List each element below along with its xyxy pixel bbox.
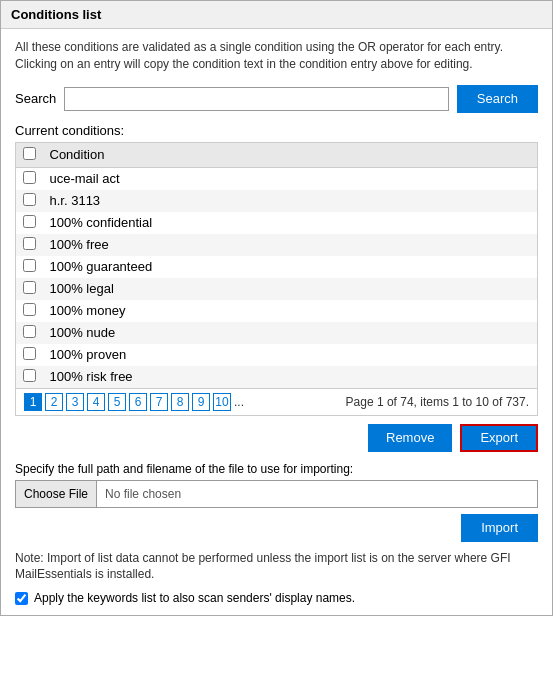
pagination-links: 12345678910... xyxy=(24,393,244,411)
row-condition-label: 100% money xyxy=(44,300,538,322)
page-link[interactable]: 1 xyxy=(24,393,42,411)
row-checkbox-cell xyxy=(16,167,44,190)
table-row[interactable]: 100% free xyxy=(16,234,538,256)
import-button-row: Import xyxy=(15,514,538,542)
table-row[interactable]: 100% risk free xyxy=(16,366,538,389)
description-line1: All these conditions are validated as a … xyxy=(15,40,503,54)
row-checkbox[interactable] xyxy=(23,281,36,294)
conditions-table: Condition uce-mail acth.r. 3113100% conf… xyxy=(15,142,538,389)
page-link[interactable]: 5 xyxy=(108,393,126,411)
page-link[interactable]: 3 xyxy=(66,393,84,411)
row-condition-label: 100% confidential xyxy=(44,212,538,234)
row-checkbox-cell xyxy=(16,300,44,322)
note-text: Note: Import of list data cannot be perf… xyxy=(15,550,538,584)
page-link[interactable]: 6 xyxy=(129,393,147,411)
table-row[interactable]: 100% money xyxy=(16,300,538,322)
row-condition-label: h.r. 3113 xyxy=(44,190,538,212)
page-link[interactable]: 2 xyxy=(45,393,63,411)
import-file-row: Choose File No file chosen xyxy=(15,480,538,508)
header-checkbox-col xyxy=(16,142,44,167)
page-link[interactable]: 10 xyxy=(213,393,231,411)
table-row[interactable]: 100% nude xyxy=(16,322,538,344)
row-condition-label: 100% legal xyxy=(44,278,538,300)
row-checkbox[interactable] xyxy=(23,215,36,228)
import-section: Specify the full path and filename of th… xyxy=(15,462,538,542)
remove-button[interactable]: Remove xyxy=(368,424,452,452)
export-button[interactable]: Export xyxy=(460,424,538,452)
row-condition-label: 100% risk free xyxy=(44,366,538,389)
page-link[interactable]: 4 xyxy=(87,393,105,411)
table-header-row: Condition xyxy=(16,142,538,167)
import-label: Specify the full path and filename of th… xyxy=(15,462,538,476)
action-buttons: Remove Export xyxy=(15,424,538,452)
table-row[interactable]: 100% guaranteed xyxy=(16,256,538,278)
row-condition-label: 100% free xyxy=(44,234,538,256)
row-condition-label: uce-mail act xyxy=(44,167,538,190)
content-area: All these conditions are validated as a … xyxy=(1,29,552,615)
row-checkbox-cell xyxy=(16,322,44,344)
row-checkbox-cell xyxy=(16,190,44,212)
main-window: Conditions list All these conditions are… xyxy=(0,0,553,616)
scan-senders-label: Apply the keywords list to also scan sen… xyxy=(34,591,355,605)
window-title: Conditions list xyxy=(11,7,101,22)
row-checkbox-cell xyxy=(16,344,44,366)
row-checkbox[interactable] xyxy=(23,171,36,184)
current-conditions-label: Current conditions: xyxy=(15,123,538,138)
scan-senders-checkbox[interactable] xyxy=(15,592,28,605)
pagination-row: 12345678910... Page 1 of 74, items 1 to … xyxy=(15,389,538,416)
file-chosen-text: No file chosen xyxy=(97,484,537,504)
select-all-checkbox[interactable] xyxy=(23,147,36,160)
table-row[interactable]: 100% confidential xyxy=(16,212,538,234)
row-condition-label: 100% proven xyxy=(44,344,538,366)
pagination-dots: ... xyxy=(234,395,244,409)
row-condition-label: 100% nude xyxy=(44,322,538,344)
row-checkbox[interactable] xyxy=(23,325,36,338)
row-checkbox-cell xyxy=(16,366,44,389)
header-condition-col: Condition xyxy=(44,142,538,167)
title-bar: Conditions list xyxy=(1,1,552,29)
row-checkbox[interactable] xyxy=(23,259,36,272)
row-checkbox-cell xyxy=(16,234,44,256)
table-row[interactable]: 100% legal xyxy=(16,278,538,300)
row-checkbox[interactable] xyxy=(23,369,36,382)
row-checkbox-cell xyxy=(16,278,44,300)
search-row: Search Search xyxy=(15,85,538,113)
row-condition-label: 100% guaranteed xyxy=(44,256,538,278)
search-label: Search xyxy=(15,91,56,106)
import-button[interactable]: Import xyxy=(461,514,538,542)
row-checkbox[interactable] xyxy=(23,303,36,316)
page-link[interactable]: 7 xyxy=(150,393,168,411)
description-text: All these conditions are validated as a … xyxy=(15,39,538,73)
row-checkbox-cell xyxy=(16,212,44,234)
checkbox-label-row: Apply the keywords list to also scan sen… xyxy=(15,591,538,605)
page-link[interactable]: 8 xyxy=(171,393,189,411)
search-input[interactable] xyxy=(64,87,449,111)
row-checkbox-cell xyxy=(16,256,44,278)
table-row[interactable]: h.r. 3113 xyxy=(16,190,538,212)
page-link[interactable]: 9 xyxy=(192,393,210,411)
row-checkbox[interactable] xyxy=(23,347,36,360)
row-checkbox[interactable] xyxy=(23,193,36,206)
row-checkbox[interactable] xyxy=(23,237,36,250)
pagination-info: Page 1 of 74, items 1 to 10 of 737. xyxy=(346,395,529,409)
description-line2: Clicking on an entry will copy the condi… xyxy=(15,57,473,71)
search-button[interactable]: Search xyxy=(457,85,538,113)
table-row[interactable]: 100% proven xyxy=(16,344,538,366)
choose-file-button[interactable]: Choose File xyxy=(16,481,97,507)
table-row[interactable]: uce-mail act xyxy=(16,167,538,190)
